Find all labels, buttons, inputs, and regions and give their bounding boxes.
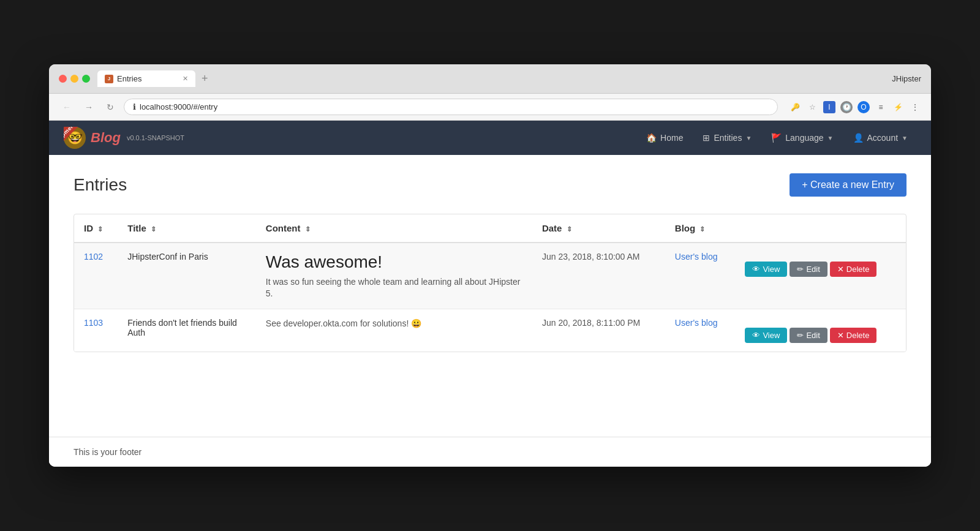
sort-id-icon: ⇕ (97, 225, 103, 233)
language-chevron-icon: ▼ (827, 135, 834, 141)
sort-blog-icon: ⇕ (699, 225, 705, 233)
ext2-icon[interactable]: 🕐 (840, 101, 853, 113)
entry-content-1102: Was awesome! It was so fun seeing the wh… (256, 243, 532, 309)
action-buttons-1103: 👁 View ✏ Edit ✕ Delete (745, 318, 896, 343)
entry-date-1102: Jun 23, 2018, 8:10:00 AM (532, 243, 665, 309)
minimize-button[interactable] (70, 75, 78, 83)
col-header-blog[interactable]: Blog ⇕ (665, 214, 736, 243)
entry-actions-1102: 👁 View ✏ Edit ✕ Delete (735, 243, 906, 309)
footer-text: This is your footer (74, 447, 141, 457)
edit-button-1102[interactable]: ✏ Edit (790, 262, 827, 277)
entries-table: ID ⇕ Title ⇕ Content ⇕ (74, 214, 906, 352)
nav-entities[interactable]: ⊞ Entities ▼ (694, 128, 760, 148)
content-body-1102: It was so fun seeing the whole team and … (266, 276, 522, 300)
active-tab[interactable]: J Entries ✕ (97, 70, 195, 87)
nav-home[interactable]: 🏠 Home (638, 128, 692, 148)
col-date-label: Date (542, 223, 562, 233)
nav-account-label: Account (867, 133, 899, 143)
sort-content-icon: ⇕ (305, 225, 311, 233)
browser-titlebar: J Entries ✕ + JHipster (49, 64, 931, 94)
key-icon[interactable]: 🔑 (789, 101, 801, 113)
view-button-1103[interactable]: 👁 View (745, 328, 787, 343)
navbar-brand: Development 🤓 Blog v0.0.1-SNAPSHOT (64, 127, 184, 149)
col-header-date[interactable]: Date ⇕ (532, 214, 665, 243)
view-icon: 👁 (752, 331, 760, 340)
col-header-title[interactable]: Title ⇕ (118, 214, 256, 243)
main-navbar: Development 🤓 Blog v0.0.1-SNAPSHOT 🏠 Hom… (49, 121, 931, 155)
browser-tabs: J Entries ✕ + (97, 70, 884, 87)
col-header-content[interactable]: Content ⇕ (256, 214, 532, 243)
tab-title: Entries (117, 74, 141, 83)
new-tab-button[interactable]: + (198, 71, 212, 86)
language-icon: 🚩 (771, 133, 782, 143)
sort-title-icon: ⇕ (151, 225, 156, 233)
toolbar-icons: 🔑 ☆ I 🕐 O ≡ ⚡ ⋮ (789, 101, 921, 113)
entry-id-1103[interactable]: 1103 (74, 309, 118, 352)
entry-title-1103: Friends don't let friends build Auth (118, 309, 256, 352)
entry-date-1103: Jun 20, 2018, 8:11:00 PM (532, 309, 665, 352)
col-blog-label: Blog (675, 223, 695, 233)
star-icon[interactable]: ☆ (806, 101, 818, 113)
app-body: Development 🤓 Blog v0.0.1-SNAPSHOT 🏠 Hom… (49, 121, 931, 467)
nav-entities-label: Entities (714, 133, 742, 143)
entry-blog-1102[interactable]: User's blog (665, 243, 736, 309)
account-icon: 👤 (853, 133, 864, 143)
entities-icon: ⊞ (703, 133, 710, 143)
edit-icon: ✏ (797, 331, 804, 340)
nav-account[interactable]: 👤 Account ▼ (845, 128, 917, 148)
edit-icon: ✏ (797, 265, 804, 274)
maximize-button[interactable] (82, 75, 90, 83)
delete-button-1103[interactable]: ✕ Delete (830, 328, 877, 343)
col-content-label: Content (266, 223, 301, 233)
browser-user: JHipster (892, 74, 921, 83)
tab-favicon: J (105, 75, 113, 83)
col-id-label: ID (84, 223, 93, 233)
home-icon: 🏠 (646, 133, 657, 143)
forward-button[interactable]: → (81, 101, 97, 113)
view-button-1102[interactable]: 👁 View (745, 262, 787, 277)
entry-id-1102[interactable]: 1102 (74, 243, 118, 309)
create-entry-button[interactable]: + Create a new Entry (790, 173, 907, 197)
content-body-1103: See developer.okta.com for solutions! 😀 (266, 318, 522, 330)
browser-window: J Entries ✕ + JHipster ← → ↻ ℹ localhost… (49, 64, 931, 467)
ext3-icon[interactable]: O (858, 101, 870, 113)
delete-icon: ✕ (837, 265, 844, 274)
entry-actions-1103: 👁 View ✏ Edit ✕ Delete (735, 309, 906, 352)
nav-language-label: Language (785, 133, 823, 143)
security-icon: ℹ (133, 102, 136, 111)
tab-close-icon[interactable]: ✕ (183, 75, 188, 83)
page-title: Entries (74, 175, 127, 195)
app-footer: This is your footer (49, 437, 931, 467)
entry-content-1103: See developer.okta.com for solutions! 😀 (256, 309, 532, 352)
entities-chevron-icon: ▼ (745, 135, 752, 141)
reload-button[interactable]: ↻ (103, 101, 118, 113)
brand-avatar: 🤓 (64, 127, 86, 149)
ext4-icon[interactable]: ≡ (875, 101, 887, 113)
edit-button-1103[interactable]: ✏ Edit (790, 328, 827, 343)
close-button[interactable] (59, 75, 67, 83)
delete-button-1102[interactable]: ✕ Delete (830, 262, 877, 277)
navbar-nav: 🏠 Home ⊞ Entities ▼ 🚩 Language ▼ 👤 Accou… (638, 128, 916, 148)
nav-home-label: Home (660, 133, 683, 143)
view-icon: 👁 (752, 265, 760, 274)
delete-icon: ✕ (837, 331, 844, 340)
table-row: 1103 Friends don't let friends build Aut… (74, 309, 906, 352)
sort-date-icon: ⇕ (567, 225, 572, 233)
address-bar[interactable]: ℹ localhost:9000/#/entry (124, 99, 778, 115)
brand-name[interactable]: Blog (91, 130, 121, 146)
account-chevron-icon: ▼ (902, 135, 908, 141)
ext1-icon[interactable]: I (823, 101, 835, 113)
back-button[interactable]: ← (59, 101, 75, 113)
action-buttons-1102: 👁 View ✏ Edit ✕ Delete (745, 252, 896, 277)
ext5-icon[interactable]: ⚡ (892, 101, 904, 113)
entry-blog-1103[interactable]: User's blog (665, 309, 736, 352)
entries-table-container: ID ⇕ Title ⇕ Content ⇕ (74, 214, 907, 352)
col-title-label: Title (127, 223, 146, 233)
traffic-lights (59, 75, 90, 83)
table-header-row: ID ⇕ Title ⇕ Content ⇕ (74, 214, 906, 243)
nav-language[interactable]: 🚩 Language ▼ (763, 128, 842, 148)
menu-icon[interactable]: ⋮ (909, 101, 921, 113)
entry-title-1102: JHipsterConf in Paris (118, 243, 256, 309)
page-header: Entries + Create a new Entry (74, 173, 907, 197)
col-header-id[interactable]: ID ⇕ (74, 214, 118, 243)
